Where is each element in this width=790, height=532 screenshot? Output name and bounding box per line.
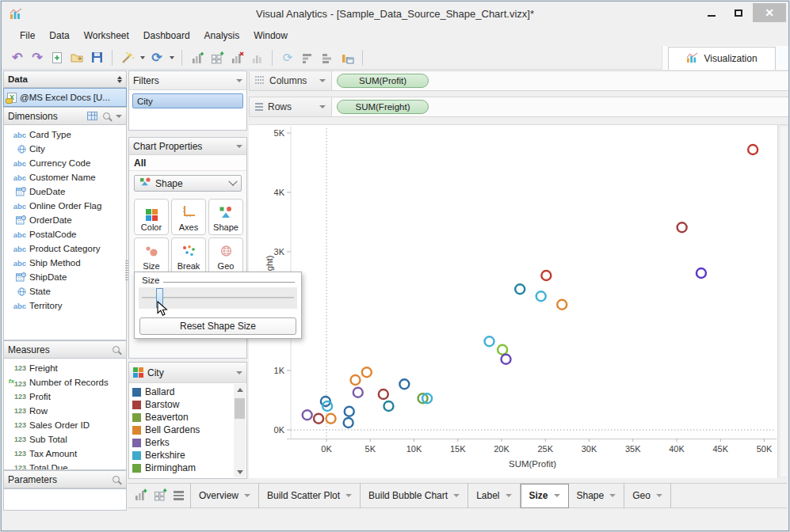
legend-item-berks[interactable]: Berks — [129, 436, 233, 449]
dimension-product-category[interactable]: abcProduct Category — [4, 241, 126, 256]
legend-item-ballard[interactable]: Ballard — [129, 386, 233, 398]
table-view-icon[interactable] — [87, 112, 97, 120]
size-button[interactable]: Size — [134, 238, 169, 274]
search-icon[interactable] — [103, 112, 110, 120]
measure-row[interactable]: 123Row — [4, 404, 126, 418]
chart-options-icon[interactable] — [339, 49, 355, 66]
add-crosstab-icon[interactable] — [209, 49, 225, 66]
scatter-point[interactable] — [748, 145, 758, 154]
scatter-point[interactable] — [326, 414, 336, 424]
menu-window[interactable]: Window — [246, 27, 295, 44]
dimension-duedate[interactable]: DueDate — [4, 184, 126, 199]
sheet-tab-overview[interactable]: Overview — [190, 483, 259, 508]
columns-shelf-label[interactable]: Columns — [250, 71, 332, 90]
reset-shape-size-button[interactable]: Reset Shape Size — [139, 317, 296, 335]
save-icon[interactable] — [89, 49, 105, 66]
legend-item-barstow[interactable]: Barstow — [129, 398, 233, 411]
sheet-tab-label[interactable]: Label — [468, 483, 520, 508]
city-legend-header[interactable]: City — [129, 363, 246, 383]
scatter-point[interactable] — [379, 390, 388, 399]
measure-profit[interactable]: 123Profit — [4, 390, 126, 404]
scatter-point[interactable] — [384, 401, 393, 411]
chevron-down-icon[interactable] — [506, 494, 512, 497]
measure-total-due[interactable]: 123Total Due — [4, 461, 126, 470]
scatter-point[interactable] — [399, 379, 409, 389]
binding-type-dropdown[interactable]: Shape — [134, 175, 242, 192]
chevron-down-icon[interactable] — [244, 494, 250, 497]
chevron-down-icon[interactable] — [554, 494, 560, 497]
lasso-select-icon[interactable]: ⟳ — [280, 49, 296, 66]
scatter-point[interactable] — [345, 407, 354, 416]
rows-shelf-label[interactable]: Rows — [250, 97, 332, 116]
new-crosstab-icon[interactable] — [154, 488, 167, 504]
search-icon[interactable] — [113, 476, 120, 483]
scatter-point[interactable] — [515, 284, 525, 294]
legend-item-beaverton[interactable]: Beaverton — [129, 411, 233, 424]
axes-button[interactable]: Axes — [171, 199, 206, 235]
measure-sub-total[interactable]: 123Sub Total — [4, 432, 126, 446]
sheet-tab-build-bubble-chart[interactable]: Build Bubble Chart — [361, 483, 468, 508]
scroll-thumb[interactable] — [235, 398, 245, 419]
sheet-tab-build-scatter-plot[interactable]: Build Scatter Plot — [259, 483, 361, 508]
dimension-currency-code[interactable]: abcCurrency Code — [4, 156, 126, 170]
measure-sales-order-id[interactable]: 123Sales Order ID — [4, 418, 126, 432]
refresh-icon[interactable]: ⟳ — [149, 49, 165, 66]
scatter-point[interactable] — [541, 271, 551, 280]
sort-bars-icon[interactable] — [300, 49, 315, 66]
dimension-shipdate[interactable]: ShipDate — [4, 270, 126, 284]
open-folder-icon[interactable] — [69, 49, 85, 66]
scatter-point[interactable] — [502, 355, 511, 364]
scatter-point[interactable] — [303, 410, 312, 420]
maximize-button[interactable] — [726, 3, 751, 22]
dimension-territory[interactable]: abcTerritory — [4, 298, 126, 313]
dimension-city[interactable]: City — [4, 142, 126, 156]
minimize-button[interactable] — [699, 3, 724, 22]
redo-icon[interactable]: ↷ — [29, 49, 45, 66]
scatter-point[interactable] — [362, 367, 372, 377]
measure-number-of-records[interactable]: fx123Number of Records — [4, 375, 126, 390]
search-icon[interactable] — [113, 346, 120, 353]
dimension-customer-name[interactable]: abcCustomer Name — [4, 170, 126, 184]
new-chart-icon[interactable] — [134, 488, 147, 504]
chart-properties-header[interactable]: Chart Properties — [129, 138, 246, 155]
sheet-tab-geo[interactable]: Geo — [624, 483, 671, 508]
scatter-point[interactable] — [557, 300, 567, 310]
chart-scrollbar[interactable] — [777, 125, 789, 478]
chevron-down-icon[interactable] — [345, 494, 352, 497]
wizard-icon[interactable] — [120, 49, 135, 66]
new-document-icon[interactable] — [49, 49, 65, 66]
chevron-down-icon[interactable] — [609, 494, 616, 497]
wizard-dropdown-icon[interactable] — [140, 56, 145, 59]
chevron-down-icon[interactable] — [116, 115, 122, 118]
geo-button[interactable]: Geo — [208, 238, 243, 274]
dimension-postalcode[interactable]: abcPostalCode — [4, 227, 126, 241]
menu-file[interactable]: File — [13, 27, 42, 44]
menu-data[interactable]: Data — [42, 27, 76, 44]
shape-button[interactable]: Shape — [208, 199, 243, 235]
scatter-point[interactable] — [536, 291, 546, 301]
scatter-point[interactable] — [498, 345, 507, 355]
scroll-up-icon[interactable] — [234, 384, 246, 395]
scatter-point[interactable] — [314, 414, 323, 424]
measure-tax-amount[interactable]: 123Tax Amount — [4, 446, 126, 461]
remove-chart-icon[interactable] — [229, 49, 245, 66]
dimension-ship-method[interactable]: abcShip Method — [4, 256, 126, 270]
sheet-tab-shape[interactable]: Shape — [569, 483, 625, 508]
dimension-orderdate[interactable]: OrderDate — [4, 213, 126, 227]
sheet-list-icon[interactable] — [174, 491, 184, 500]
legend-scrollbar[interactable] — [234, 384, 246, 477]
scatter-point[interactable] — [677, 222, 687, 232]
scatter-point[interactable] — [353, 388, 363, 397]
filters-header[interactable]: Filters — [129, 71, 246, 90]
scroll-down-icon[interactable] — [234, 466, 246, 477]
scatter-point[interactable] — [344, 418, 353, 428]
legend-item-birmingham[interactable]: Birmingham — [129, 462, 233, 474]
color-button[interactable]: Color — [134, 199, 169, 235]
size-slider-track[interactable] — [142, 297, 294, 298]
add-chart-icon[interactable] — [189, 49, 205, 66]
align-bars-icon[interactable] — [319, 49, 335, 66]
menu-analysis[interactable]: Analysis — [197, 27, 247, 44]
menu-dashboard[interactable]: Dashboard — [136, 27, 197, 44]
scatter-point[interactable] — [350, 375, 360, 385]
menu-worksheet[interactable]: Worksheet — [77, 27, 136, 44]
